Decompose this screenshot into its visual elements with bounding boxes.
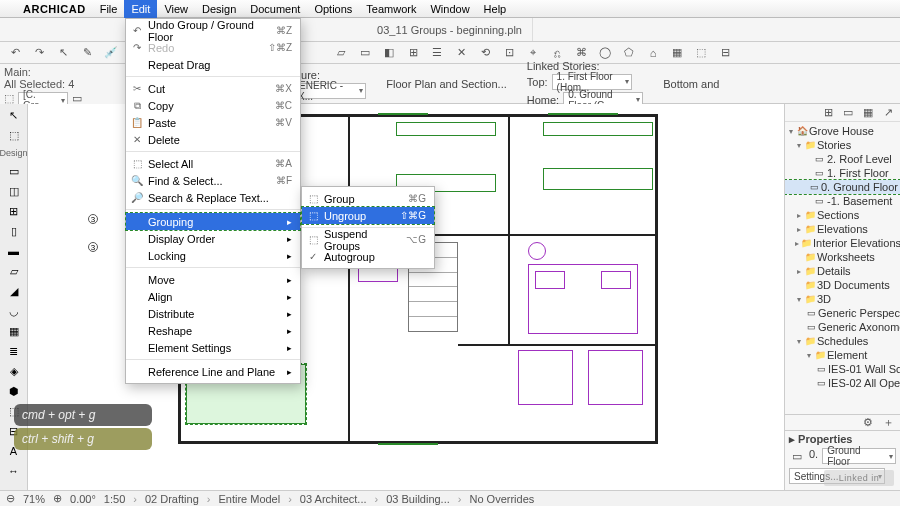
tool-icon[interactable]: ▦ — [668, 44, 686, 62]
tool-icon[interactable]: ◧ — [380, 44, 398, 62]
zoom-in-icon[interactable]: ⊕ — [53, 492, 62, 505]
menu-file[interactable]: File — [93, 0, 125, 18]
crumb[interactable]: 02 Drafting — [145, 493, 199, 505]
menu-item[interactable]: Grouping▸ — [126, 213, 300, 230]
menu-item[interactable]: ⧉Copy⌘C — [126, 97, 300, 114]
menu-teamwork[interactable]: Teamwork — [359, 0, 423, 18]
grouping-submenu[interactable]: ⬚Group⌘G⬚Ungroup⇧⌘G⬚Suspend Groups⌥G✓Aut… — [301, 186, 435, 269]
tree-item[interactable]: ▭0. Ground Floor — [785, 180, 900, 194]
menu-item[interactable]: Reshape▸ — [126, 322, 300, 339]
stair-tool[interactable]: ≣ — [3, 342, 25, 360]
menu-item[interactable]: Element Settings▸ — [126, 339, 300, 356]
shell-tool[interactable]: ◡ — [3, 302, 25, 320]
menu-options[interactable]: Options — [307, 0, 359, 18]
menu-item[interactable]: ✂Cut⌘X — [126, 80, 300, 97]
tool-icon[interactable]: ▭ — [356, 44, 374, 62]
tree-item[interactable]: ▭2. Roof Level — [785, 152, 900, 166]
tree-item[interactable]: ▾📁3D — [785, 292, 900, 306]
properties-story[interactable]: Ground Floor — [822, 448, 896, 464]
crumb[interactable]: 03 Building... — [386, 493, 450, 505]
edit-icon[interactable]: ✎ — [78, 44, 96, 62]
scale-value[interactable]: 1:50 — [104, 493, 125, 505]
menu-item[interactable]: Distribute▸ — [126, 305, 300, 322]
tree-item[interactable]: ▾📁Schedules — [785, 334, 900, 348]
tree-item[interactable]: ▭IES-01 Wall Sch — [785, 362, 900, 376]
tree-item[interactable]: 📁3D Documents — [785, 278, 900, 292]
crumb[interactable]: Entire Model — [218, 493, 280, 505]
tool-icon[interactable]: ⊟ — [716, 44, 734, 62]
menu-window[interactable]: Window — [423, 0, 476, 18]
nav-layout-icon[interactable]: ▦ — [860, 105, 876, 121]
morph-tool[interactable]: ◈ — [3, 362, 25, 380]
tree-item[interactable]: ▭IES-02 All Open — [785, 376, 900, 390]
navigator-tree[interactable]: ▾🏠Grove House▾📁Stories▭2. Roof Level▭1. … — [785, 122, 900, 414]
slab-tool[interactable]: ▱ — [3, 262, 25, 280]
tree-item[interactable]: ▭1. First Floor — [785, 166, 900, 180]
tool-icon[interactable]: ⊡ — [500, 44, 518, 62]
tool-icon[interactable]: ⌂ — [644, 44, 662, 62]
nav-map-icon[interactable]: ⊞ — [820, 105, 836, 121]
menu-help[interactable]: Help — [477, 0, 514, 18]
submenu-item[interactable]: ⬚Ungroup⇧⌘G — [302, 207, 434, 224]
tree-item[interactable]: ▸📁Interior Elevations — [785, 236, 900, 250]
eyedropper-icon[interactable]: 💉 — [102, 44, 120, 62]
crumb[interactable]: 03 Architect... — [300, 493, 367, 505]
roof-tool[interactable]: ◢ — [3, 282, 25, 300]
menu-item[interactable]: Move▸ — [126, 271, 300, 288]
menu-item[interactable]: Locking▸ — [126, 247, 300, 264]
dimension-tool[interactable]: ↔ — [3, 462, 25, 480]
menu-item[interactable]: ↶Undo Group / Ground Floor⌘Z — [126, 22, 300, 39]
tool-icon[interactable]: ▱ — [332, 44, 350, 62]
submenu-item[interactable]: ✓Autogroup — [302, 248, 434, 265]
top-story-dropdown[interactable]: 1. First Floor (Hom... — [552, 74, 632, 90]
tool-icon[interactable]: ⟲ — [476, 44, 494, 62]
menu-document[interactable]: Document — [243, 0, 307, 18]
curtain-tool[interactable]: ▦ — [3, 322, 25, 340]
wall-tool[interactable]: ▭ — [3, 162, 25, 180]
tree-item[interactable]: ▾🏠Grove House — [785, 124, 900, 138]
tree-item[interactable]: ▭Generic Perspecti — [785, 306, 900, 320]
nav-view-icon[interactable]: ▭ — [840, 105, 856, 121]
menu-item[interactable]: Repeat Drag — [126, 56, 300, 73]
menu-design[interactable]: Design — [195, 0, 243, 18]
column-tool[interactable]: ▯ — [3, 222, 25, 240]
edit-menu-dropdown[interactable]: ↶Undo Group / Ground Floor⌘Z↷Redo⇧⌘ZRepe… — [125, 18, 301, 384]
document-tab[interactable]: 03_11 Groups - beginning.pln — [367, 18, 533, 41]
undo-icon[interactable]: ↶ — [6, 44, 24, 62]
door-tool[interactable]: ◫ — [3, 182, 25, 200]
menu-item[interactable]: 🔍Find & Select...⌘F — [126, 172, 300, 189]
object-tool[interactable]: ⬢ — [3, 382, 25, 400]
crumb[interactable]: No Overrides — [469, 493, 534, 505]
tool-icon[interactable]: ⊞ — [404, 44, 422, 62]
tree-item[interactable]: ▭Generic Axonomet — [785, 320, 900, 334]
menu-view[interactable]: View — [157, 0, 195, 18]
menu-app[interactable]: ARCHICAD — [16, 0, 93, 18]
tree-item[interactable]: ▸📁Details — [785, 264, 900, 278]
menu-item[interactable]: Reference Line and Plane▸ — [126, 363, 300, 380]
menu-item[interactable]: ✕Delete — [126, 131, 300, 148]
menu-edit[interactable]: Edit — [124, 0, 157, 18]
menu-item[interactable]: 📋Paste⌘V — [126, 114, 300, 131]
tree-item[interactable]: ▭-1. Basement — [785, 194, 900, 208]
tree-item[interactable]: 📁Worksheets — [785, 250, 900, 264]
tool-icon[interactable]: ✕ — [452, 44, 470, 62]
tool-icon[interactable]: ⬚ — [692, 44, 710, 62]
cursor-icon[interactable]: ↖ — [54, 44, 72, 62]
menu-item[interactable]: 🔎Search & Replace Text... — [126, 189, 300, 206]
menu-item[interactable]: ⬚Select All⌘A — [126, 155, 300, 172]
menu-item[interactable]: Display Order▸ — [126, 230, 300, 247]
window-tool[interactable]: ⊞ — [3, 202, 25, 220]
zoom-value[interactable]: 71% — [23, 493, 45, 505]
arrow-tool[interactable]: ↖ — [3, 106, 25, 124]
submenu-item[interactable]: ⬚Suspend Groups⌥G — [302, 231, 434, 248]
nav-settings-icon[interactable]: ⚙ — [860, 415, 876, 431]
tree-item[interactable]: ▾📁Element — [785, 348, 900, 362]
tree-item[interactable]: ▸📁Sections — [785, 208, 900, 222]
tree-item[interactable]: ▸📁Elevations — [785, 222, 900, 236]
redo-icon[interactable]: ↷ — [30, 44, 48, 62]
submenu-item[interactable]: ⬚Group⌘G — [302, 190, 434, 207]
menu-item[interactable]: Align▸ — [126, 288, 300, 305]
beam-tool[interactable]: ▬ — [3, 242, 25, 260]
tool-icon[interactable]: ☰ — [428, 44, 446, 62]
tree-item[interactable]: ▾📁Stories — [785, 138, 900, 152]
